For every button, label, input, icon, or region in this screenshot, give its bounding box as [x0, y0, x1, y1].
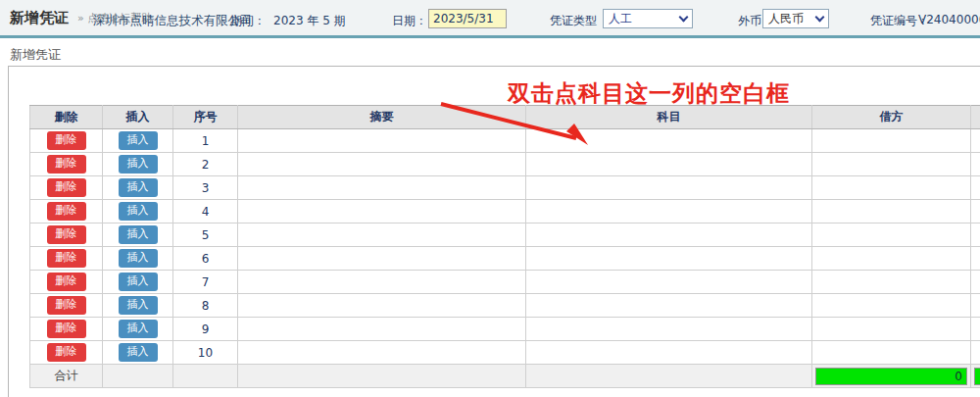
summary-cell[interactable]	[238, 153, 526, 176]
delete-button[interactable]: 删除	[47, 225, 86, 243]
subject-cell[interactable]	[526, 247, 812, 271]
period-label: 期间：	[230, 13, 266, 29]
debit-cell[interactable]	[812, 176, 971, 200]
delete-button[interactable]: 删除	[47, 131, 86, 149]
seq-cell: 9	[173, 318, 238, 341]
chevron-down-icon	[679, 13, 689, 23]
insert-button[interactable]: 插入	[119, 202, 158, 220]
insert-button[interactable]: 插入	[119, 131, 158, 149]
table-row: 删除 插入 2	[30, 153, 980, 176]
debit-cell[interactable]	[812, 247, 971, 271]
subject-cell[interactable]	[526, 153, 812, 176]
delete-button[interactable]: 删除	[47, 343, 86, 361]
insert-button[interactable]: 插入	[119, 296, 158, 314]
summary-cell[interactable]	[238, 176, 526, 200]
debit-cell[interactable]	[812, 318, 971, 341]
insert-cell: 插入	[103, 129, 173, 153]
total-row: 合计 0	[30, 365, 980, 388]
insert-button[interactable]: 插入	[119, 178, 158, 196]
subject-cell[interactable]	[526, 176, 812, 200]
credit-cell-cut[interactable]	[971, 341, 980, 365]
currency-label: 外币	[738, 13, 761, 29]
subject-cell[interactable]	[526, 200, 812, 223]
total-credit-cell	[971, 365, 980, 388]
summary-cell[interactable]	[238, 200, 526, 223]
debit-cell[interactable]	[812, 200, 971, 223]
seq-cell: 7	[173, 271, 238, 294]
summary-cell[interactable]	[238, 318, 526, 341]
insert-cell: 插入	[103, 200, 173, 223]
debit-cell[interactable]	[812, 294, 971, 318]
table-row: 删除 插入 10	[30, 341, 980, 365]
table-row: 删除 插入 7	[30, 271, 980, 294]
credit-cell-cut[interactable]	[971, 318, 980, 341]
date-label: 日期：	[392, 13, 427, 29]
credit-cell-cut[interactable]	[971, 271, 980, 294]
voucher-type-value: 人工	[609, 11, 632, 27]
delete-button[interactable]: 删除	[47, 155, 86, 173]
insert-button[interactable]: 插入	[119, 225, 158, 243]
summary-cell[interactable]	[238, 247, 526, 271]
chevron-down-icon	[815, 13, 825, 23]
summary-cell[interactable]	[238, 129, 526, 153]
subject-cell[interactable]	[526, 223, 812, 247]
insert-button[interactable]: 插入	[119, 155, 158, 173]
insert-button[interactable]: 插入	[119, 273, 158, 290]
debit-cell[interactable]	[812, 223, 971, 247]
company-name: 深圳市点晴信息技术有限公司	[93, 13, 253, 29]
debit-cell[interactable]	[812, 129, 971, 153]
delete-cell: 删除	[30, 176, 103, 200]
seq-cell: 3	[173, 176, 238, 200]
insert-button[interactable]: 插入	[119, 320, 158, 337]
insert-cell: 插入	[103, 153, 173, 176]
credit-cell-cut[interactable]	[971, 153, 980, 176]
voucher-page: 新增凭证 » 点晴论坛帮助 新增凭证 深圳市点晴信息技术有限公司 期间： 202…	[0, 0, 980, 397]
debit-cell[interactable]	[812, 271, 971, 294]
table-header-row: 删除 插入 序号 摘要 科目 借方	[30, 106, 980, 129]
voucher-type-select[interactable]: 人工	[603, 9, 693, 28]
delete-button[interactable]: 删除	[47, 202, 86, 220]
insert-cell: 插入	[103, 318, 173, 341]
seq-cell: 4	[173, 200, 238, 223]
credit-cell-cut[interactable]	[971, 200, 980, 223]
summary-cell[interactable]	[238, 271, 526, 294]
delete-button[interactable]: 删除	[47, 249, 86, 267]
subject-cell[interactable]	[526, 129, 812, 153]
subject-cell[interactable]	[526, 341, 812, 365]
header-cut-column	[971, 106, 980, 129]
currency-select[interactable]: 人民币	[762, 9, 829, 28]
credit-cell-cut[interactable]	[971, 129, 980, 153]
delete-button[interactable]: 删除	[47, 296, 86, 314]
delete-cell: 删除	[30, 129, 103, 153]
voucher-table: 删除 插入 序号 摘要 科目 借方 删除 插入 1	[29, 105, 980, 388]
header-seq: 序号	[173, 106, 238, 129]
delete-button[interactable]: 删除	[47, 178, 86, 196]
insert-button[interactable]: 插入	[119, 343, 158, 361]
credit-cell-cut[interactable]	[971, 176, 980, 200]
header-subject: 科目	[526, 106, 812, 129]
total-empty-cell	[173, 365, 238, 388]
credit-cell-cut[interactable]	[971, 294, 980, 318]
credit-cell-cut[interactable]	[971, 247, 980, 271]
debit-cell[interactable]	[812, 153, 971, 176]
total-empty-cell	[103, 365, 173, 388]
summary-cell[interactable]	[238, 223, 526, 247]
seq-cell: 5	[173, 223, 238, 247]
total-empty-cell	[526, 365, 812, 388]
debit-cell[interactable]	[812, 341, 971, 365]
table-row: 删除 插入 4	[30, 200, 980, 223]
date-input[interactable]	[428, 9, 507, 28]
credit-cell-cut[interactable]	[971, 223, 980, 247]
delete-button[interactable]: 删除	[47, 273, 86, 290]
summary-cell[interactable]	[238, 294, 526, 318]
insert-button[interactable]: 插入	[119, 249, 158, 267]
subject-cell[interactable]	[526, 294, 812, 318]
delete-button[interactable]: 删除	[47, 320, 86, 337]
subject-cell[interactable]	[526, 318, 812, 341]
total-credit-value	[974, 368, 980, 385]
summary-cell[interactable]	[238, 341, 526, 365]
seq-cell: 10	[173, 341, 238, 365]
voucher-table-body: 删除 插入 1 删除 插入 2 删除	[30, 129, 980, 365]
subject-cell[interactable]	[526, 271, 812, 294]
voucher-form-row: 深圳市点晴信息技术有限公司 期间： 2023 年 5 期 日期： 凭证类型 人工…	[0, 0, 980, 39]
